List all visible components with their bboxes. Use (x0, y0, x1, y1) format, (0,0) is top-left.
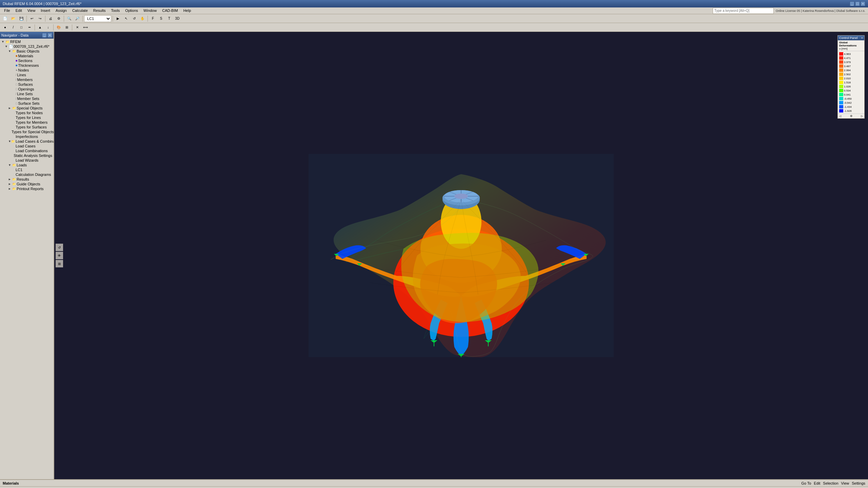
menu-edit[interactable]: Edit (13, 8, 25, 13)
menu-view[interactable]: View (25, 8, 38, 13)
tree-members[interactable]: / Members (1, 77, 53, 82)
viewport[interactable]: Control Panel × Global Deformations u [m… (54, 32, 868, 479)
tree-printout[interactable]: ► 📁 Printout Reports (1, 186, 53, 191)
zoom-out-button[interactable]: 🔎 (74, 15, 81, 22)
view-eye-btn[interactable]: 👁 (56, 252, 63, 259)
delete-btn[interactable]: ✕ (74, 24, 81, 31)
tree-load-wizards[interactable]: Load Wizards (1, 158, 53, 163)
tree-materials[interactable]: ■ Materials (1, 54, 53, 58)
new-button[interactable]: 📄 (1, 15, 9, 22)
control-panel-title: Control Panel (839, 36, 858, 40)
menu-cad-bim[interactable]: CAD-BIM (159, 8, 180, 13)
menu-tools[interactable]: Tools (108, 8, 122, 13)
tree-lines[interactable]: / Lines (1, 73, 53, 77)
view-expand-btn[interactable]: ⊞ (56, 260, 63, 267)
tree-results[interactable]: ► 📁 Results (1, 177, 53, 182)
header-edit[interactable]: Edit (814, 481, 820, 485)
tree-line-sets[interactable]: / Line Sets (1, 92, 53, 96)
dimension-btn[interactable]: ⟺ (82, 24, 89, 31)
run-button[interactable]: ▶ (114, 15, 122, 22)
open-button[interactable]: 📂 (9, 15, 17, 22)
header-goto[interactable]: Go To (801, 481, 811, 485)
tree-basic-objects[interactable]: ▼ 📁 Basic Objects (1, 49, 53, 54)
tree-openings[interactable]: □ Openings (1, 87, 53, 92)
legend-row-13: -1.434 (839, 105, 863, 109)
legend-min-btn[interactable]: ◁ (839, 115, 841, 118)
pan-button[interactable]: ✋ (139, 15, 146, 22)
tree-nodes[interactable]: ● Nodes (1, 68, 53, 73)
wire-btn[interactable]: ⊞ (63, 24, 71, 31)
tree-types-nodes[interactable]: Types for Nodes (1, 110, 53, 115)
tree-types-members[interactable]: Types for Members (1, 120, 53, 125)
nav-minimize[interactable]: _ (42, 33, 47, 38)
zoom-in-button[interactable]: 🔍 (65, 15, 73, 22)
keyword-search-input[interactable] (713, 8, 774, 14)
view-top[interactable]: T (165, 15, 173, 22)
view-rotate-btn[interactable]: ↺ (56, 244, 63, 251)
control-panel-close[interactable]: × (861, 36, 863, 40)
app-title: Dlubal RFEM 6.04.0004 | 000709_123_Zeit.… (3, 2, 81, 6)
tree-surfaces[interactable]: □ Surfaces (1, 82, 53, 87)
tree-special-objects[interactable]: ► 📁 Special Objects (1, 106, 53, 110)
tree-guide-objects[interactable]: ► 📁 Guide Objects (1, 182, 53, 186)
legend-max-btn[interactable]: ▷ (861, 115, 863, 118)
render-btn[interactable]: 🎨 (55, 24, 62, 31)
tree-load-combinations[interactable]: Load Combinations (1, 148, 53, 153)
redo-button[interactable]: ↪ (36, 15, 44, 22)
minimize-button[interactable]: _ (850, 1, 854, 6)
maximize-button[interactable]: □ (855, 1, 860, 6)
view-front[interactable]: F (149, 15, 157, 22)
tree-load-cases-comb[interactable]: ▼ 📁 Load Cases & Combinations (1, 139, 53, 144)
menu-calculate[interactable]: Calculate (70, 8, 91, 13)
select-button[interactable]: ↖ (122, 15, 130, 22)
tree-loads[interactable]: ▼ 📁 Loads (1, 163, 53, 167)
tree-load-cases[interactable]: Load Cases (1, 144, 53, 148)
tree-surface-sets[interactable]: □ Surface Sets (1, 101, 53, 106)
menu-window[interactable]: Window (141, 8, 159, 13)
legend-settings-btn[interactable]: ⚙ (850, 115, 852, 118)
nav-close[interactable]: × (47, 33, 52, 38)
header-selection[interactable]: Selection (823, 481, 838, 485)
tree-lc1[interactable]: LC1 (1, 167, 53, 172)
header-settings[interactable]: Settings (852, 481, 865, 485)
load-case-dropdown[interactable]: LC1 LC2 LC3 (84, 15, 111, 22)
menu-insert[interactable]: Insert (38, 8, 53, 13)
menu-results[interactable]: Results (91, 8, 108, 13)
control-panel-header: Control Panel × (838, 36, 864, 40)
rotate-button[interactable]: ↺ (131, 15, 138, 22)
tree-static-analysis[interactable]: Static Analysis Settings (1, 153, 53, 158)
legend-row-8: 1.026 (839, 84, 863, 88)
node-btn[interactable]: ● (1, 24, 9, 31)
tree-sections[interactable]: ■ Sections (1, 58, 53, 63)
support-btn[interactable]: ▲ (36, 24, 44, 31)
line-btn[interactable]: / (9, 24, 17, 31)
title-bar: Dlubal RFEM 6.04.0004 | 000709_123_Zeit.… (0, 0, 868, 7)
navigator-controls: _ × (42, 33, 52, 38)
view-side[interactable]: S (157, 15, 165, 22)
tree-thicknesses[interactable]: ■ Thicknesses (1, 63, 53, 68)
tree-types-surfaces[interactable]: Types for Surfaces (1, 125, 53, 129)
tree-imperfections[interactable]: Imperfections (1, 134, 53, 139)
menu-assign[interactable]: Assign (53, 8, 70, 13)
print-button[interactable]: 🖨 (47, 15, 54, 22)
menu-options[interactable]: Options (122, 8, 141, 13)
undo-button[interactable]: ↩ (28, 15, 36, 22)
tree-types-special[interactable]: Types for Special Objects (1, 129, 53, 134)
header-view[interactable]: View (841, 481, 849, 485)
menu-help[interactable]: Help (181, 8, 194, 13)
member-btn[interactable]: ━ (26, 24, 33, 31)
settings-button[interactable]: ⚙ (55, 15, 62, 22)
menu-file[interactable]: File (1, 8, 13, 13)
tree-calc-diagrams[interactable]: Calculation Diagrams (1, 172, 53, 177)
close-button[interactable]: × (861, 1, 865, 6)
save-button[interactable]: 💾 (18, 15, 25, 22)
tree-project[interactable]: ▼ 📄 000709_123_Zeit.rf6* (1, 44, 53, 49)
tree-rfem[interactable]: ▼ 📁 RFEM (1, 39, 53, 44)
tree-types-lines[interactable]: Types for Lines (1, 115, 53, 120)
surface-btn[interactable]: □ (18, 24, 25, 31)
guide-objects-label: Guide Objects (17, 182, 40, 186)
view-3d[interactable]: 3D (174, 15, 181, 22)
load-btn[interactable]: ↓ (44, 24, 52, 31)
tree-member-sets[interactable]: / Member Sets (1, 96, 53, 101)
line-sets-label: Line Sets (17, 92, 33, 96)
